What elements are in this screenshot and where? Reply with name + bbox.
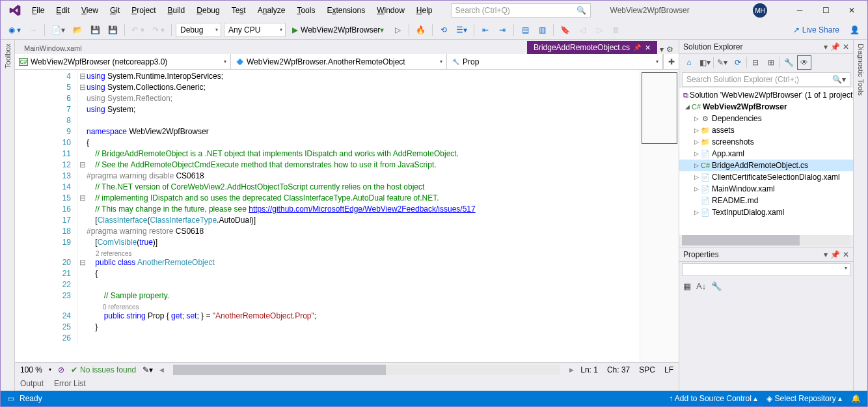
bm-clear-button[interactable]: 🗑	[609, 23, 623, 37]
live-share-button[interactable]: ↗ Live Share	[788, 25, 845, 35]
nav-type-dropdown[interactable]: 🔷WebView2WpfBrowser.AnotherRemoteObject	[231, 54, 447, 69]
output-icon[interactable]: ▭	[7, 394, 14, 403]
split-editor-button[interactable]: ✚	[663, 54, 679, 69]
uncomment-button[interactable]: ▥	[535, 23, 549, 37]
bm-prev-button[interactable]: ◁	[575, 23, 590, 37]
menu-build[interactable]: Build	[163, 3, 191, 18]
line-indicator[interactable]: Ln: 1	[580, 365, 598, 374]
save-all-button[interactable]: 💾	[105, 23, 120, 37]
menu-file[interactable]: File	[27, 3, 49, 18]
menu-debug[interactable]: Debug	[191, 3, 224, 18]
bookmark-button[interactable]: 🔖	[558, 23, 573, 37]
menu-tools[interactable]: Tools	[292, 3, 320, 18]
nav-project-dropdown[interactable]: C#WebView2WpfBrowser (netcoreapp3.0)	[15, 54, 231, 69]
source-control-button[interactable]: ↑ Add to Source Control ▴	[669, 394, 757, 403]
tree-row[interactable]: ▷⚙Dependencies	[679, 113, 853, 124]
diagnostic-tools-rail[interactable]: Diagnostic Tools	[853, 40, 867, 391]
minimap[interactable]	[640, 70, 679, 362]
pending-changes-button[interactable]: ✎▾	[715, 55, 729, 70]
show-all-button[interactable]: ⊞	[764, 55, 778, 70]
tab-bridgeaddremoteobject[interactable]: BridgeAddRemoteObject.cs📌✕	[527, 41, 657, 54]
panel-pin-icon[interactable]: 📌	[830, 250, 840, 259]
save-button[interactable]: 💾	[88, 23, 103, 37]
panel-close-icon[interactable]: ✕	[843, 250, 849, 259]
code-content[interactable]: using System.Runtime.InteropServices;usi…	[87, 70, 640, 362]
zoom-level[interactable]: 100 %	[20, 365, 42, 374]
menu-extensions[interactable]: Extensions	[321, 3, 370, 18]
tree-row[interactable]: ⧉Solution 'WebView2WpfBrowser' (1 of 1 p…	[679, 89, 853, 101]
tree-row[interactable]: ▷📄App.xaml	[679, 148, 853, 160]
panel-dropdown-icon[interactable]: ▾	[824, 250, 828, 259]
platform-dropdown[interactable]: Any CPU	[224, 23, 286, 37]
tree-row[interactable]: ▷📄MainWindow.xaml	[679, 183, 853, 195]
solution-tree[interactable]: ⧉Solution 'WebView2WpfBrowser' (1 of 1 p…	[679, 88, 853, 235]
browser-link-button[interactable]: ⟲	[437, 23, 451, 37]
menu-project[interactable]: Project	[126, 3, 161, 18]
start-nodebug-button[interactable]: ▷	[390, 23, 405, 37]
preview-button[interactable]: 👁	[797, 55, 811, 70]
categorized-button[interactable]: ▦	[683, 281, 691, 291]
tree-row[interactable]: ▷📁assets	[679, 124, 853, 136]
properties-object-dropdown[interactable]	[682, 263, 850, 276]
bm-next-button[interactable]: ▷	[592, 23, 606, 37]
issues-indicator[interactable]: ✔No issues found	[71, 365, 136, 374]
sync-button[interactable]: ⟳	[731, 55, 745, 70]
lineend-indicator[interactable]: LF	[664, 365, 673, 374]
properties-button[interactable]: 🔧	[781, 55, 796, 70]
indent-left-button[interactable]: ⇤	[478, 23, 493, 37]
tree-row[interactable]: ▷📁screenshots	[679, 136, 853, 148]
tab-mainwindow[interactable]: MainWindow.xaml	[18, 42, 88, 54]
fold-column[interactable]: ⊟⊟⊟⊟⊟	[77, 70, 87, 362]
alphabetical-button[interactable]: A↓	[696, 281, 706, 291]
tree-row[interactable]: ▷📄ClientCertificateSelectionDialog.xaml	[679, 171, 853, 183]
comment-button[interactable]: ▤	[518, 23, 532, 37]
redo-button[interactable]: ↷ ▾	[150, 23, 167, 37]
nav-back-button[interactable]: ◉ ▾	[6, 23, 23, 37]
tree-row[interactable]: ◢C#WebView2WpfBrowser	[679, 101, 853, 113]
minimize-button[interactable]: ─	[787, 1, 813, 20]
tree-row[interactable]: ▷📄TextInputDialog.xaml	[679, 206, 853, 218]
nav-fwd-button[interactable]: →	[26, 23, 40, 37]
hot-reload-button[interactable]: 🔥	[413, 23, 428, 37]
pin-icon[interactable]: 📌	[634, 44, 641, 51]
nav-member-dropdown[interactable]: 🔧Prop	[447, 54, 663, 69]
menu-help[interactable]: Help	[411, 3, 438, 18]
feedback-button[interactable]: 👤	[847, 23, 862, 37]
tab-dropdown-icon[interactable]: ▾	[660, 45, 664, 54]
user-avatar[interactable]: MH	[753, 3, 767, 18]
solution-search-input[interactable]: Search Solution Explorer (Ctrl+;) 🔍▾	[682, 72, 850, 87]
global-search-input[interactable]: Search (Ctrl+Q) 🔍	[451, 3, 591, 18]
switch-views-button[interactable]: ◧▾	[698, 55, 712, 70]
open-button[interactable]: 📂	[70, 23, 85, 37]
tab-settings-icon[interactable]: ⚙	[666, 45, 673, 54]
start-debug-button[interactable]: ▶ WebView2WpfBrowser ▾	[288, 23, 388, 37]
col-indicator[interactable]: Ch: 37	[607, 365, 630, 374]
menu-git[interactable]: Git	[105, 3, 125, 18]
h-scrollbar[interactable]	[173, 365, 560, 375]
code-editor[interactable]: 4567891011121314151617181920212223242526…	[15, 70, 679, 362]
tree-row[interactable]: 📄README.md	[679, 195, 853, 206]
notifications-icon[interactable]: 🔔	[851, 394, 861, 403]
menu-edit[interactable]: Edit	[51, 3, 75, 18]
menu-view[interactable]: View	[76, 3, 103, 18]
close-button[interactable]: ✕	[839, 1, 865, 20]
maximize-button[interactable]: ☐	[813, 1, 839, 20]
repo-button[interactable]: ◈ Select Repository ▴	[766, 394, 842, 403]
new-item-button[interactable]: 📄▾	[49, 23, 68, 37]
pen-icon[interactable]: ✎▾	[142, 365, 153, 374]
toolbox-rail[interactable]: Toolbox	[1, 40, 15, 391]
config-dropdown[interactable]: Debug	[176, 23, 221, 37]
undo-button[interactable]: ↶ ▾	[129, 23, 146, 37]
home-button[interactable]: ⌂	[682, 55, 696, 70]
props-wrench-icon[interactable]: 🔧	[711, 281, 722, 291]
panel-dropdown-icon[interactable]: ▾	[824, 42, 828, 51]
menu-test[interactable]: Test	[226, 3, 251, 18]
ins-indicator[interactable]: SPC	[639, 365, 655, 374]
close-tab-icon[interactable]: ✕	[645, 44, 651, 52]
indent-right-button[interactable]: ⇥	[495, 23, 509, 37]
browser-link2-button[interactable]: ☰▾	[454, 23, 470, 37]
tab-output[interactable]: Output	[20, 379, 44, 388]
menu-analyze[interactable]: Analyze	[252, 3, 291, 18]
tab-errorlist[interactable]: Error List	[54, 379, 86, 388]
panel-close-icon[interactable]: ✕	[843, 42, 849, 51]
